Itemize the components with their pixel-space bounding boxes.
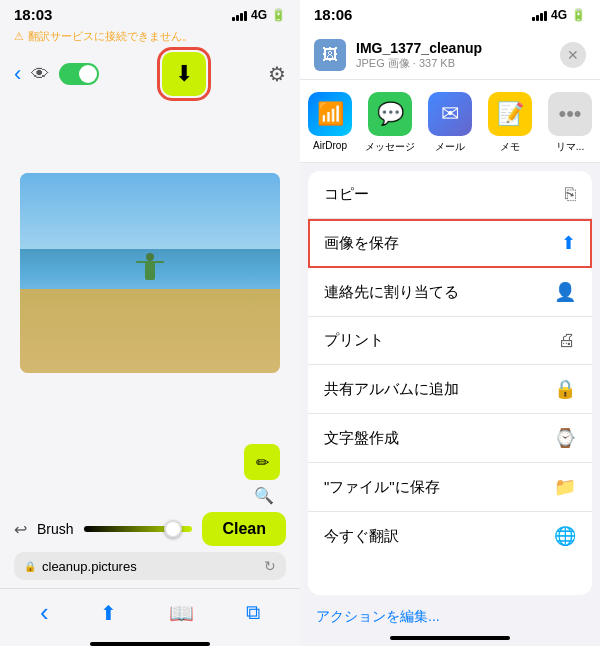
settings-button[interactable]: ⚙ xyxy=(268,62,286,86)
status-icons-left: 4G 🔋 xyxy=(232,8,286,22)
action-print[interactable]: プリント 🖨 xyxy=(308,317,592,365)
app-more[interactable]: ••• リマ... xyxy=(540,92,600,154)
status-bar-left: 18:03 4G 🔋 xyxy=(0,0,300,27)
action-watch-label: 文字盤作成 xyxy=(324,429,399,448)
action-watch-face[interactable]: 文字盤作成 ⌚ xyxy=(308,414,592,463)
app-mail[interactable]: ✉ メール xyxy=(420,92,480,154)
url-bar: 🔒 cleanup.pictures ↻ xyxy=(14,552,286,580)
action-translate[interactable]: 今すぐ翻訳 🌐 xyxy=(308,512,592,560)
notice-text: 翻訳サービスに接続できません。 xyxy=(28,29,193,44)
bottom-toolbar: ↩ Brush Clean 🔒 cleanup.pictures ↻ xyxy=(0,504,300,588)
clean-button[interactable]: Clean xyxy=(202,512,286,546)
battery-left: 🔋 xyxy=(271,8,286,22)
toolbar-left: ‹ 👁 ⬇ ⚙ xyxy=(0,48,300,102)
nav-bar: ‹ ⬆ 📖 ⧉ xyxy=(0,588,300,638)
file-meta: JPEG 画像 · 337 KB xyxy=(356,56,550,71)
mail-icon: ✉ xyxy=(428,92,472,136)
messages-icon: 💬 xyxy=(368,92,412,136)
brush-slider[interactable] xyxy=(84,526,193,532)
nav-share-button[interactable]: ⬆ xyxy=(100,601,117,625)
album-icon: 🔒 xyxy=(554,378,576,400)
action-assign-label: 連絡先に割り当てる xyxy=(324,283,459,302)
save-icon: ⬆ xyxy=(561,232,576,254)
toggle-knob xyxy=(79,65,97,83)
print-icon: 🖨 xyxy=(558,330,576,351)
brush-row: ↩ Brush Clean xyxy=(14,512,286,546)
nav-tabs-button[interactable]: ⧉ xyxy=(246,601,260,624)
brush-float-button[interactable]: ✏ xyxy=(244,444,280,480)
file-info: IMG_1377_cleanup JPEG 画像 · 337 KB xyxy=(356,40,550,71)
visibility-toggle[interactable] xyxy=(59,63,99,85)
status-icons-right: 4G 🔋 xyxy=(532,8,586,22)
bar2 xyxy=(236,15,239,21)
signal-bars-left xyxy=(232,9,247,21)
action-album-label: 共有アルバムに追加 xyxy=(324,380,459,399)
action-save-label: 画像を保存 xyxy=(324,234,399,253)
nav-back-button[interactable]: ‹ xyxy=(40,597,49,628)
app-notes[interactable]: 📝 メモ xyxy=(480,92,540,154)
notes-icon: 📝 xyxy=(488,92,532,136)
time-left: 18:03 xyxy=(14,6,52,23)
sand xyxy=(20,289,280,373)
more-glyph: ••• xyxy=(558,101,581,127)
airdrop-label: AirDrop xyxy=(313,140,347,151)
airdrop-glyph: 📶 xyxy=(317,101,344,127)
person-arms xyxy=(136,261,164,263)
lock-icon: 🔒 xyxy=(24,561,36,572)
image-area xyxy=(0,102,300,444)
file-type-icon: 🖼 xyxy=(322,46,338,64)
network-right: 4G xyxy=(551,8,567,22)
action-save-image[interactable]: 画像を保存 ⬆ xyxy=(308,219,592,268)
messages-label: メッセージ xyxy=(365,140,415,154)
edit-actions-link[interactable]: アクションを編集... xyxy=(316,608,440,624)
status-bar-right: 18:06 4G 🔋 xyxy=(300,0,600,27)
action-save-files[interactable]: "ファイル"に保存 📁 xyxy=(308,463,592,512)
close-button[interactable]: ✕ xyxy=(560,42,586,68)
left-panel: 18:03 4G 🔋 ⚠ 翻訳サービスに接続できません。 ‹ 👁 ⬇ xyxy=(0,0,300,646)
more-icon: ••• xyxy=(548,92,592,136)
app-messages[interactable]: 💬 メッセージ xyxy=(360,92,420,154)
home-indicator-right xyxy=(390,636,510,640)
eye-icon[interactable]: 👁 xyxy=(31,64,49,85)
action-print-label: プリント xyxy=(324,331,384,350)
mail-glyph: ✉ xyxy=(441,101,459,127)
undo-button[interactable]: ↩ xyxy=(14,520,27,539)
bar1 xyxy=(232,17,235,21)
action-copy[interactable]: コピー ⎘ xyxy=(308,171,592,219)
beach-image xyxy=(20,173,280,373)
battery-right: 🔋 xyxy=(571,8,586,22)
back-button[interactable]: ‹ xyxy=(14,61,21,87)
share-sheet-header: 🖼 IMG_1377_cleanup JPEG 画像 · 337 KB ✕ xyxy=(300,27,600,80)
file-icon: 🖼 xyxy=(314,39,346,71)
bar4 xyxy=(244,11,247,21)
action-files-label: "ファイル"に保存 xyxy=(324,478,440,497)
rbar2 xyxy=(536,15,539,21)
rbar3 xyxy=(540,13,543,21)
rbar4 xyxy=(544,11,547,21)
action-copy-label: コピー xyxy=(324,185,369,204)
notice-icon: ⚠ xyxy=(14,30,24,43)
share-apps: 📶 AirDrop 💬 メッセージ ✉ メール 📝 メモ ••• xyxy=(300,80,600,163)
download-button[interactable]: ⬇ xyxy=(162,52,206,96)
search-float-button[interactable]: 🔍 xyxy=(254,486,274,505)
reload-button[interactable]: ↻ xyxy=(264,558,276,574)
notes-glyph: 📝 xyxy=(497,101,524,127)
translate-icon: 🌐 xyxy=(554,525,576,547)
folder-icon: 📁 xyxy=(554,476,576,498)
action-add-album[interactable]: 共有アルバムに追加 🔒 xyxy=(308,365,592,414)
app-airdrop[interactable]: 📶 AirDrop xyxy=(300,92,360,154)
action-assign-contact[interactable]: 連絡先に割り当てる 👤 xyxy=(308,268,592,317)
person xyxy=(143,253,157,293)
notes-label: メモ xyxy=(500,140,520,154)
bar3 xyxy=(240,13,243,21)
float-area: ✏ 🔍 xyxy=(0,444,300,504)
toolbar-left-group: ‹ 👁 xyxy=(14,61,99,87)
home-indicator-left xyxy=(90,642,210,646)
mail-label: メール xyxy=(435,140,465,154)
watch-icon: ⌚ xyxy=(554,427,576,449)
brush-label: Brush xyxy=(37,521,74,537)
more-label: リマ... xyxy=(556,140,584,154)
time-right: 18:06 xyxy=(314,6,352,23)
nav-book-button[interactable]: 📖 xyxy=(169,601,194,625)
copy-icon: ⎘ xyxy=(565,184,576,205)
